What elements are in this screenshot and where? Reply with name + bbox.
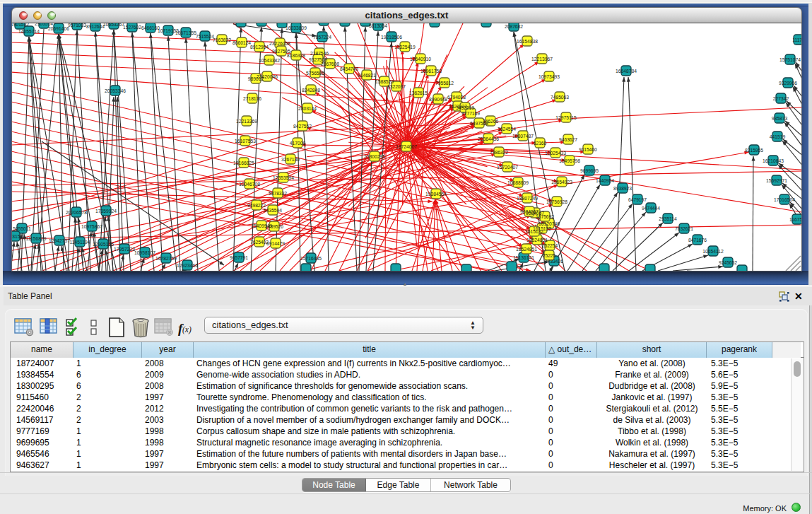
svg-text:9777169: 9777169 (461, 111, 480, 116)
svg-text:11451194: 11451194 (70, 240, 90, 245)
svg-text:5756585: 5756585 (306, 71, 324, 76)
svg-text:18640910: 18640910 (410, 57, 431, 62)
svg-text:1527602: 1527602 (123, 25, 141, 30)
svg-text:17957223: 17957223 (114, 247, 135, 252)
svg-text:15136141: 15136141 (513, 255, 534, 260)
svg-text:746266: 746266 (483, 119, 499, 124)
svg-text:20364436: 20364436 (478, 136, 499, 141)
svg-text:935873: 935873 (772, 116, 788, 121)
svg-text:7515524: 7515524 (196, 34, 214, 39)
svg-text:12923466: 12923466 (177, 263, 198, 268)
svg-text:16033809: 16033809 (286, 25, 307, 30)
svg-text:10958107: 10958107 (134, 250, 155, 255)
svg-text:15751074: 15751074 (779, 57, 801, 62)
svg-text:9329966: 9329966 (779, 81, 797, 86)
svg-text:16648784: 16648784 (616, 69, 637, 74)
svg-text:8990448: 8990448 (429, 97, 447, 102)
svg-text:1075692: 1075692 (536, 214, 554, 219)
svg-text:12353594: 12353594 (273, 175, 294, 180)
svg-text:8186328: 8186328 (287, 53, 305, 58)
svg-text:16210643: 16210643 (763, 158, 784, 163)
svg-text:18724007: 18724007 (396, 144, 417, 149)
svg-text:9146821: 9146821 (358, 73, 376, 78)
svg-text:989012: 989012 (248, 76, 264, 81)
svg-text:18524851: 18524851 (526, 238, 548, 243)
svg-text:3267130: 3267130 (281, 157, 300, 162)
svg-text:7632621: 7632621 (675, 226, 693, 231)
svg-text:8912954: 8912954 (250, 45, 269, 49)
svg-text:18807249: 18807249 (517, 196, 538, 201)
svg-text:3452219: 3452219 (456, 105, 474, 110)
svg-text:(x): (x) (182, 325, 192, 334)
svg-text:16671355: 16671355 (175, 30, 196, 35)
svg-text:9474444: 9474444 (642, 206, 660, 211)
svg-text:10807487: 10807487 (512, 134, 534, 139)
svg-text:8242848: 8242848 (302, 88, 320, 93)
svg-text:227342: 227342 (773, 96, 789, 101)
svg-text:10756928: 10756928 (546, 199, 567, 204)
svg-text:62160: 62160 (534, 141, 547, 146)
svg-text:16961758: 16961758 (420, 69, 442, 74)
svg-text:7955812: 7955812 (435, 81, 454, 86)
svg-text:23226058: 23226058 (269, 41, 290, 46)
svg-text:8454749: 8454749 (340, 66, 358, 71)
svg-text:9115460: 9115460 (579, 147, 597, 152)
svg-text:20691406: 20691406 (48, 26, 69, 31)
svg-text:2867608: 2867608 (321, 62, 339, 66)
svg-text:7986322: 7986322 (490, 150, 508, 155)
svg-text:18524851: 18524851 (516, 247, 537, 252)
svg-text:12975115: 12975115 (555, 115, 577, 120)
svg-text:11325419: 11325419 (394, 45, 416, 49)
svg-text:10975867: 10975867 (81, 224, 102, 229)
svg-text:20053346: 20053346 (105, 88, 126, 93)
svg-text:14055714: 14055714 (18, 29, 40, 34)
svg-text:6479197: 6479197 (628, 197, 647, 202)
svg-text:16782759: 16782759 (155, 256, 177, 261)
svg-text:19384554: 19384554 (425, 192, 447, 197)
svg-text:7163822: 7163822 (213, 37, 231, 42)
svg-text:9245652: 9245652 (719, 260, 737, 265)
svg-text:19166825: 19166825 (233, 160, 254, 165)
svg-text:10973493: 10973493 (539, 74, 560, 79)
svg-text:20206578: 20206578 (66, 210, 87, 215)
svg-text:1489520: 1489520 (265, 224, 283, 229)
svg-text:8813054: 8813054 (369, 23, 387, 28)
svg-text:12942757: 12942757 (49, 238, 70, 243)
svg-text:16107553: 16107553 (235, 139, 256, 144)
svg-text:10543382: 10543382 (259, 58, 280, 63)
svg-text:9498222: 9498222 (247, 203, 266, 208)
svg-text:9463627: 9463627 (559, 137, 577, 142)
svg-text:8322037: 8322037 (387, 84, 406, 89)
svg-text:8912644: 8912644 (86, 24, 105, 29)
svg-text:8660124: 8660124 (233, 40, 251, 45)
svg-text:1901532: 1901532 (12, 23, 29, 27)
svg-text:10025433: 10025433 (545, 151, 566, 156)
svg-text:417008: 417008 (290, 141, 306, 146)
svg-text:16154838: 16154838 (517, 39, 538, 44)
svg-text:9699695: 9699695 (580, 168, 599, 173)
svg-text:2718176: 2718176 (243, 96, 261, 101)
svg-text:7485063: 7485063 (551, 95, 569, 100)
svg-text:9657791: 9657791 (230, 255, 248, 260)
svg-text:23300295: 23300295 (364, 154, 385, 159)
svg-text:5878332: 5878332 (269, 191, 287, 196)
svg-text:8938923: 8938923 (613, 186, 632, 191)
svg-text:252254: 252254 (542, 243, 558, 248)
svg-text:8427552: 8427552 (293, 124, 312, 129)
svg-text:1362615: 1362615 (409, 90, 428, 95)
svg-text:9571033: 9571033 (68, 23, 86, 28)
svg-text:16120746: 16120746 (539, 221, 560, 226)
svg-text:7857224: 7857224 (313, 35, 331, 40)
svg-text:5055011: 5055011 (13, 226, 31, 231)
svg-text:12905135: 12905135 (93, 242, 114, 247)
svg-text:10688609: 10688609 (507, 180, 529, 185)
svg-text:11156829: 11156829 (26, 236, 47, 241)
svg-text:15716485: 15716485 (300, 256, 322, 261)
svg-text:2187546: 2187546 (310, 51, 329, 56)
svg-text:18495798: 18495798 (559, 158, 580, 163)
svg-text:9084067: 9084067 (520, 209, 539, 214)
svg-text:10654112: 10654112 (702, 249, 724, 254)
svg-text:8471676: 8471676 (688, 238, 707, 243)
svg-text:3624554: 3624554 (498, 127, 516, 132)
svg-text:2087682: 2087682 (505, 24, 523, 29)
